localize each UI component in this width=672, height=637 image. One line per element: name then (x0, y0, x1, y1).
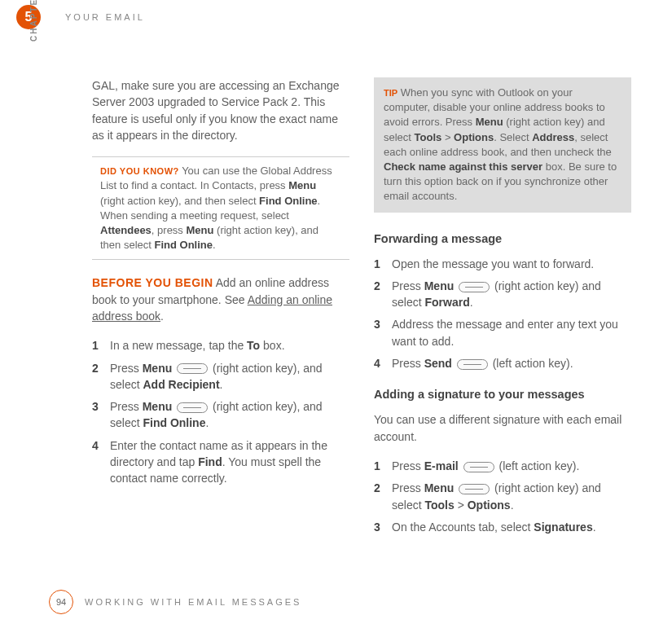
step-text: Press Menu (right action key), and selec… (110, 360, 349, 393)
step-text: Press Menu (right action key) and select… (392, 278, 631, 311)
bold-run: Menu (424, 481, 455, 494)
bold-run: Check name against this server (384, 160, 542, 173)
text-run: . (220, 378, 223, 391)
signature-heading: Adding a signature to your messages (374, 386, 631, 403)
step-number: 1 (374, 256, 392, 272)
signature-list: 1 Press E-mail (left action key). 2 Pres… (374, 458, 631, 535)
list-item: 3 On the Accounts tab, select Signatures… (374, 519, 631, 535)
bold-run: Menu (476, 116, 503, 128)
text-run: . (511, 499, 514, 512)
did-you-know-callout: DID YOU KNOW? You can use the Global Add… (92, 156, 349, 260)
step-text: In a new message, tap the To box. (110, 337, 349, 354)
action-key-icon (177, 402, 208, 413)
list-item: 1 In a new message, tap the To box. (92, 337, 349, 354)
intro-paragraph: GAL, make sure you are accessing an Exch… (92, 77, 349, 143)
bold-run: Send (424, 357, 452, 370)
callout-label: DID YOU KNOW? (100, 166, 179, 176)
callout-bold: Find Online (155, 239, 213, 251)
content-area: GAL, make sure you are accessing an Exch… (92, 77, 631, 541)
bold-run: Address (532, 131, 574, 143)
footer-title: WORKING WITH EMAIL MESSAGES (85, 597, 301, 607)
text-run: box. (260, 339, 284, 352)
step-number: 1 (374, 458, 392, 474)
right-column: TIP When you sync with Outlook on your c… (374, 77, 631, 541)
text-run: Press (110, 362, 143, 375)
list-item: 1 Open the message you want to forward. (374, 256, 631, 272)
step-text: Press Menu (right action key), and selec… (110, 398, 349, 432)
text-run: (left action key). (493, 357, 573, 370)
callout-bold: Menu (186, 224, 213, 236)
text-run: On the Accounts tab, select (392, 521, 534, 534)
list-item: 4 Enter the contact name as it appears i… (92, 437, 349, 487)
bold-run: Menu (424, 279, 455, 292)
tip-label: TIP (384, 88, 397, 98)
step-text: On the Accounts tab, select Signatures. (392, 519, 631, 535)
bold-run: Find Online (143, 416, 205, 429)
action-key-icon (459, 282, 490, 292)
text-run: Press (392, 481, 424, 494)
callout-text: , press (152, 224, 187, 236)
list-item: 2 Press Menu (right action key), and sel… (92, 360, 349, 393)
before-label: BEFORE YOU BEGIN (92, 276, 213, 289)
text-run: > (455, 499, 468, 512)
step-number: 3 (374, 519, 392, 535)
page-number: 94 (49, 590, 73, 614)
callout-bold: Menu (288, 179, 316, 191)
text-run: . (205, 416, 209, 429)
bold-run: Tools (415, 131, 442, 143)
step-number: 4 (374, 355, 392, 371)
action-key-icon (177, 363, 208, 374)
tip-callout: TIP When you sync with Outlook on your c… (374, 77, 631, 213)
tip-text: > (441, 131, 454, 143)
bold-run: Menu (143, 400, 173, 413)
list-item: 2 Press Menu (right action key) and sele… (374, 278, 631, 311)
before-text: . (160, 310, 164, 323)
step-text: Press Send (left action key). (392, 355, 631, 371)
action-key-icon (459, 484, 490, 494)
text-run: Press (110, 400, 143, 413)
step-text: Open the message you want to forward. (392, 256, 631, 272)
tip-text: . Select (494, 131, 532, 143)
bold-run: Forward (424, 296, 469, 309)
step-number: 1 (92, 337, 110, 354)
callout-bold: Attendees (100, 224, 152, 236)
step-text: Address the message and enter any text y… (392, 316, 631, 349)
list-item: 3 Press Menu (right action key), and sel… (92, 398, 349, 432)
list-item: 1 Press E-mail (left action key). (374, 458, 631, 474)
bold-run: Options (468, 499, 511, 512)
text-run: In a new message, tap the (110, 339, 247, 352)
step-number: 2 (92, 360, 110, 393)
bold-run: E-mail (424, 459, 459, 472)
text-run: . (470, 296, 473, 309)
text-run: (left action key). (499, 459, 579, 472)
action-key-icon (463, 462, 494, 472)
list-item: 4 Press Send (left action key). (374, 355, 631, 371)
step-text: Press E-mail (left action key). (392, 458, 631, 474)
bold-run: Find (198, 455, 222, 468)
chapter-title: YOUR EMAIL (65, 12, 145, 22)
step-text: Press Menu (right action key) and select… (392, 480, 631, 513)
list-item: 3 Address the message and enter any text… (374, 316, 631, 349)
bold-run: To (247, 339, 260, 352)
step-number: 3 (92, 398, 110, 432)
action-key-icon (457, 359, 488, 370)
step-number: 2 (374, 278, 392, 311)
step-number: 2 (374, 480, 392, 513)
bold-run: Signatures (534, 521, 592, 534)
step-number: 3 (374, 316, 392, 349)
step-number: 4 (92, 437, 110, 487)
text-run: Press (392, 459, 424, 472)
bold-run: Add Recipient (143, 378, 219, 391)
callout-text: (right action key), and then select (100, 195, 259, 207)
forwarding-heading: Forwarding a message (374, 231, 631, 248)
callout-bold: Find Online (259, 195, 318, 207)
page-footer: 94 WORKING WITH EMAIL MESSAGES (49, 590, 301, 614)
bold-run: Tools (424, 499, 454, 512)
step-text: Enter the contact name as it appears in … (110, 437, 349, 487)
left-column: GAL, make sure you are accessing an Exch… (92, 77, 349, 541)
callout-text: . (213, 239, 216, 251)
before-you-begin: BEFORE YOU BEGIN Add an online address b… (92, 275, 349, 324)
text-run: . (593, 521, 596, 534)
chapter-label: CHAPTER (29, 0, 38, 42)
text-run: Press (392, 279, 424, 292)
